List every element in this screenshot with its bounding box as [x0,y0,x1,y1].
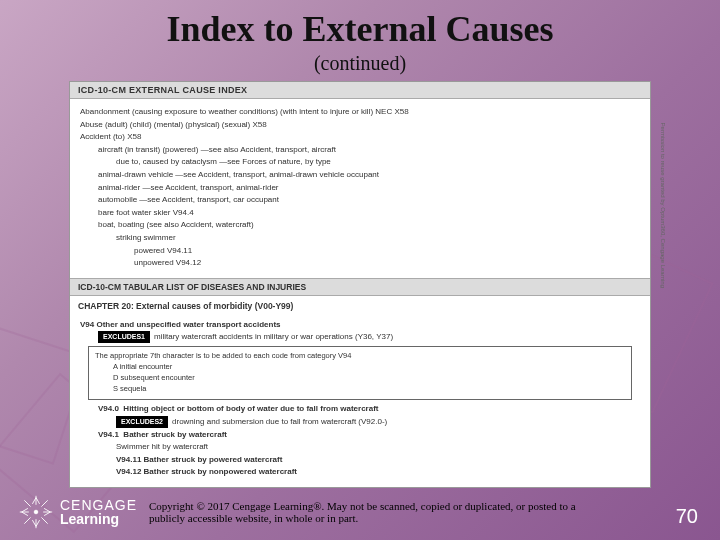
starburst-icon [18,494,54,530]
code-v9412: V94.12 Bather struck by nonpowered water… [80,466,640,478]
slide-subtitle: (continued) [0,52,720,75]
copyright-text: Copyright © 2017 Cengage Learning®. May … [149,500,609,524]
index-line: powered V94.11 [80,245,640,257]
index-panel: Permission to reuse granted by Optum360,… [69,81,651,488]
index-line: striking swimmer [80,232,640,244]
chapter-heading: CHAPTER 20: External causes of morbidity… [70,296,650,316]
index-line: due to, caused by cataclysm —see Forces … [80,156,640,168]
code-v941: V94.1 Bather struck by watercraft [80,429,640,441]
index-line: bare foot water skier V94.4 [80,207,640,219]
side-caption: Permission to reuse granted by Optum360,… [660,122,666,287]
svg-line-14 [44,508,50,512]
panel-subheader: ICD-10-CM TABULAR LIST OF DISEASES AND I… [70,278,650,296]
index-line: aircraft (in transit) (powered) —see als… [80,144,640,156]
svg-line-5 [24,500,30,506]
brand-logo: CENGAGE Learning [18,494,137,530]
index-line: animal-rider —see Accident, transport, a… [80,182,640,194]
svg-line-12 [22,508,28,512]
index-line: Accident (to) X58 [80,131,640,143]
svg-line-16 [32,520,36,526]
excludes2: EXCLUDES2drowning and submersion due to … [80,416,640,428]
svg-line-13 [44,512,50,516]
index-line: Abandonment (causing exposure to weather… [80,106,640,118]
index-line: unpowered V94.12 [80,257,640,269]
svg-line-11 [22,512,28,516]
code-v9411: V94.11 Bather struck by powered watercra… [80,454,640,466]
svg-line-9 [36,498,40,504]
index-line: animal-drawn vehicle —see Accident, tran… [80,169,640,181]
code-v94: V94 Other and unspecified water transpor… [80,319,640,331]
brand-top: CENGAGE [60,498,137,512]
excludes1: EXCLUDES1military watercraft accidents i… [80,331,640,343]
svg-line-8 [24,517,30,523]
brand-bot: Learning [60,512,137,526]
svg-line-10 [32,498,36,504]
code-v940: V94.0 Hitting object or bottom of body o… [80,403,640,415]
svg-line-7 [41,500,47,506]
svg-line-15 [36,520,40,526]
index-line: automobile —see Accident, transport, car… [80,194,640,206]
char-box: The appropriate 7th character is to be a… [88,346,632,400]
index-line: boat, boating (see also Accident, waterc… [80,219,640,231]
svg-point-0 [34,510,38,514]
index-line: Abuse (adult) (child) (mental) (physical… [80,119,640,131]
sub-note: Swimmer hit by watercraft [80,441,640,453]
svg-line-6 [41,517,47,523]
page-number: 70 [676,505,698,528]
panel-header: ICD-10-CM EXTERNAL CAUSE INDEX [70,82,650,99]
slide-title: Index to External Causes [0,8,720,50]
